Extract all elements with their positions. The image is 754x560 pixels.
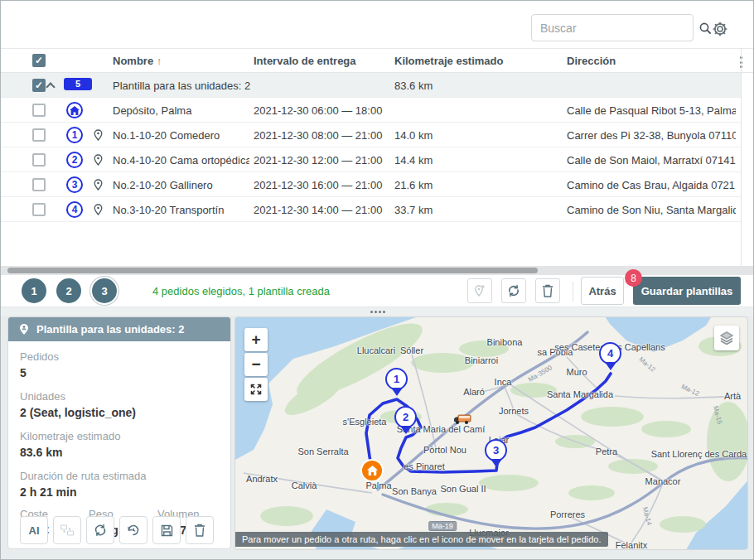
row-checkbox[interactable] xyxy=(32,128,46,142)
table-row-order[interactable]: 2 No.4-10-20 Cama ortopédica 2021-12-30 … xyxy=(1,147,741,172)
bottom-toolbar: 1 2 3 4 pedidos elegidos, 1 plantilla cr… xyxy=(1,275,753,307)
map-stop-marker-4[interactable]: 4 xyxy=(599,342,621,364)
group-km: 83.6 km xyxy=(394,80,494,92)
row-interval: 2021-12-30 12:00 — 21:00 xyxy=(254,154,390,167)
column-header-km[interactable]: Kilometraje estimado xyxy=(394,55,504,67)
map-town-label: s'Esgleieta xyxy=(343,417,387,427)
row-name: No.1-10-20 Comedero xyxy=(113,129,249,142)
select-all-checkbox[interactable]: ✓ xyxy=(32,54,46,67)
map-town-label: Porreres xyxy=(550,509,585,519)
refresh-route-button[interactable] xyxy=(86,516,114,544)
map-town-label: Andratx xyxy=(246,474,278,484)
map-truck-icon xyxy=(453,413,471,425)
map-town-label: Felanitx xyxy=(616,540,648,550)
map-town-label: Biniarroi xyxy=(465,355,498,365)
row-address: Camino de Cas Brau, Algaida 0721... xyxy=(567,179,736,191)
group-checkbox[interactable]: ✓ xyxy=(32,79,46,92)
table-row-order[interactable]: 3 No.2-10-20 Gallinero 2021-12-30 16:00 … xyxy=(1,172,741,197)
map-stop-marker-2[interactable]: 2 xyxy=(394,406,417,428)
row-address: Calle de Pasqual Ribot 5-13, Palma ... xyxy=(567,104,736,117)
map-town-label: Pòrtol Nou xyxy=(423,445,466,455)
search-box xyxy=(531,14,694,41)
panel-title: Plantilla para las unidades: 2 xyxy=(36,323,184,336)
map-town-label: Son Banya xyxy=(392,486,437,496)
row-address: Camino de Son Niu, Santa Margalid... xyxy=(567,204,736,216)
stop-number-marker: 4 xyxy=(66,201,83,218)
map-town-label: Sóller xyxy=(400,345,423,355)
map-town-label: Sant Llorenç des Cardassa xyxy=(651,449,748,459)
table-row-group[interactable]: ✓ 5 Plantilla para las unidades: 2 83.6 … xyxy=(1,73,741,98)
map-town-label: Binibona xyxy=(487,337,523,347)
step-2-button[interactable]: 2 xyxy=(56,278,81,303)
column-header-address[interactable]: Dirección xyxy=(567,55,616,67)
row-km: 14.0 km xyxy=(394,129,494,142)
step-3-button[interactable]: 3 xyxy=(92,278,117,303)
rebuild-routes-button[interactable]: 1 xyxy=(501,278,526,303)
toolbar-divider xyxy=(573,282,573,302)
step-1-button[interactable]: 1 xyxy=(22,278,46,303)
map-road-label: Ma-19 xyxy=(428,521,457,531)
row-interval: 2021-12-30 08:00 — 21:00 xyxy=(254,129,390,142)
table-row-order[interactable]: 1 No.1-10-20 Comedero 2021-12-30 08:00 —… xyxy=(1,123,741,147)
topbar xyxy=(1,1,753,48)
row-name: No.2-10-20 Gallinero xyxy=(113,179,249,191)
bottom-section: Plantilla para las unidades: 2 Pedidos 5… xyxy=(1,316,753,559)
map[interactable]: LlucalcariSóllerBiniarroiBinibonasa Pobl… xyxy=(234,316,748,550)
stop-number-marker: 3 xyxy=(66,176,83,193)
map-town-label: Jornets xyxy=(499,406,529,416)
save-templates-button[interactable]: Guardar plantillas xyxy=(633,277,741,305)
delete-button[interactable] xyxy=(535,278,560,303)
map-zoom-out-button[interactable]: − xyxy=(244,353,268,376)
save-route-button[interactable] xyxy=(152,516,181,544)
map-fullscreen-button[interactable] xyxy=(244,378,268,401)
row-km: 33.7 km xyxy=(394,204,494,216)
map-base-layer xyxy=(235,317,748,550)
location-pin-icon xyxy=(94,204,103,215)
map-town-label: es Pinaret xyxy=(404,461,445,471)
map-layers-button[interactable] xyxy=(714,326,739,350)
map-town-label: Son Serralta xyxy=(297,447,348,456)
route-planner-app: ✓ Nombre ↑ Intervalo de entrega Kilometr… xyxy=(0,0,754,560)
row-name: No.4-10-20 Cama ortopédica xyxy=(113,154,249,167)
map-zoom-in-button[interactable]: + xyxy=(244,328,268,351)
field-kilometraje: Kilometraje estimado 83.6 km xyxy=(20,430,120,459)
delete-route-button[interactable] xyxy=(186,516,214,544)
scrollbar-thumb[interactable] xyxy=(7,268,538,273)
map-town-label: Llucalcari xyxy=(357,345,395,355)
row-name: Depósito, Palma xyxy=(113,104,249,117)
search-input[interactable] xyxy=(532,22,698,35)
row-checkbox[interactable] xyxy=(32,104,46,117)
stop-number-marker: 1 xyxy=(66,127,83,143)
field-pedidos: Pedidos 5 xyxy=(20,350,59,379)
map-depot-home-marker[interactable] xyxy=(360,459,384,482)
row-checkbox[interactable] xyxy=(32,178,46,191)
map-stop-marker-3[interactable]: 3 xyxy=(485,439,507,461)
panel-splitter xyxy=(1,307,753,316)
row-interval: 2021-12-30 06:00 — 18:00 xyxy=(254,104,390,117)
transfer-vehicle-button[interactable] xyxy=(53,516,81,544)
map-stop-marker-1[interactable]: 1 xyxy=(385,368,408,390)
location-pin-icon xyxy=(94,129,103,141)
refresh-time-button[interactable] xyxy=(119,516,147,544)
map-town-label: Manacor xyxy=(645,476,681,486)
row-address: Carrer des Pi 32-38, Bunyola 07110,... xyxy=(567,129,736,142)
settings-gear-icon[interactable] xyxy=(709,18,731,40)
add-pin-button[interactable] xyxy=(467,278,492,303)
table-row-order[interactable]: 4 No.3-10-20 Transportín 2021-12-30 14:0… xyxy=(1,197,741,222)
table-row-depot[interactable]: Depósito, Palma 2021-12-30 06:00 — 18:00… xyxy=(1,98,741,123)
collapse-caret-icon[interactable] xyxy=(46,82,55,91)
map-town-label: Son Gual II xyxy=(440,484,486,494)
back-button[interactable]: Atrás xyxy=(581,277,624,305)
map-town-label: Muro xyxy=(566,367,587,377)
column-header-name[interactable]: Nombre ↑ xyxy=(113,55,162,67)
map-town-label: Calvià xyxy=(292,480,317,490)
row-checkbox[interactable] xyxy=(32,153,46,167)
template-detail-panel: Plantilla para las unidades: 2 Pedidos 5… xyxy=(7,316,231,549)
save-count-badge: 8 xyxy=(625,269,642,287)
splitter-drag-handle[interactable] xyxy=(370,311,385,313)
map-town-label: Inca xyxy=(495,377,512,387)
column-header-interval[interactable]: Intervalo de entrega xyxy=(254,55,356,67)
map-town-label: Santa Margalida xyxy=(547,389,613,399)
row-checkbox[interactable] xyxy=(32,203,46,216)
rename-ai-button[interactable]: AI xyxy=(20,516,48,544)
